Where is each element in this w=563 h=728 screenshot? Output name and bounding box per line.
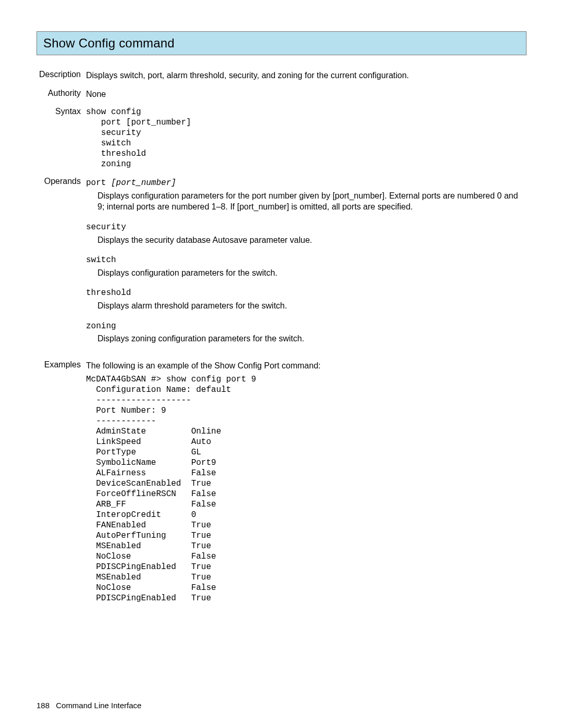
syntax-block: show config port [port_number] security … xyxy=(86,107,527,169)
operand-switch: switch Displays configuration parameters… xyxy=(86,254,527,278)
operand-desc: Displays alarm threshold parameters for … xyxy=(86,300,527,312)
syntax-label: Syntax xyxy=(36,107,86,116)
operand-desc: Displays configuration parameters for th… xyxy=(86,267,527,279)
operand-desc: Displays the security database Autosave … xyxy=(86,235,527,246)
example-output: McDATA4GbSAN #> show config port 9 Confi… xyxy=(86,374,527,603)
examples-row: Examples The following is an example of … xyxy=(36,360,527,604)
syntax-row: Syntax show config port [port_number] se… xyxy=(36,107,527,169)
examples-label: Examples xyxy=(36,360,86,369)
footer-section: Command Line Interface xyxy=(56,701,141,710)
operand-security: security Displays the security database … xyxy=(86,221,527,245)
operand-desc: Displays configuration parameters for th… xyxy=(86,190,527,213)
description-row: Description Displays switch, port, alarm… xyxy=(36,70,527,81)
operand-code: switch xyxy=(86,255,116,265)
operand-port: port [port_number] Displays configuratio… xyxy=(86,177,527,213)
page-footer: 188 Command Line Interface xyxy=(36,701,141,710)
authority-value: None xyxy=(86,89,527,100)
authority-label: Authority xyxy=(36,89,86,98)
section-heading-bar: Show Config command xyxy=(36,31,527,55)
operand-threshold: threshold Displays alarm threshold param… xyxy=(86,287,527,311)
operand-code: port [port_number] xyxy=(86,178,176,188)
description-text: Displays switch, port, alarm threshold, … xyxy=(86,70,527,81)
examples-intro: The following is an example of the Show … xyxy=(86,360,527,372)
operand-code: threshold xyxy=(86,288,131,298)
operands-label: Operands xyxy=(36,177,86,186)
operands-list: port [port_number] Displays configuratio… xyxy=(86,177,527,353)
page-content: Show Config command Description Displays… xyxy=(0,0,563,603)
examples-content: The following is an example of the Show … xyxy=(86,360,527,604)
operand-desc: Displays zoning configuration parameters… xyxy=(86,333,527,344)
description-label: Description xyxy=(36,70,86,79)
section-heading: Show Config command xyxy=(43,36,520,51)
authority-row: Authority None xyxy=(36,89,527,100)
page-number: 188 xyxy=(36,701,54,710)
operand-code: security xyxy=(86,223,126,232)
operands-row: Operands port [port_number] Displays con… xyxy=(36,177,527,353)
operand-code: zoning xyxy=(86,322,116,331)
operand-zoning: zoning Displays zoning configuration par… xyxy=(86,320,527,344)
